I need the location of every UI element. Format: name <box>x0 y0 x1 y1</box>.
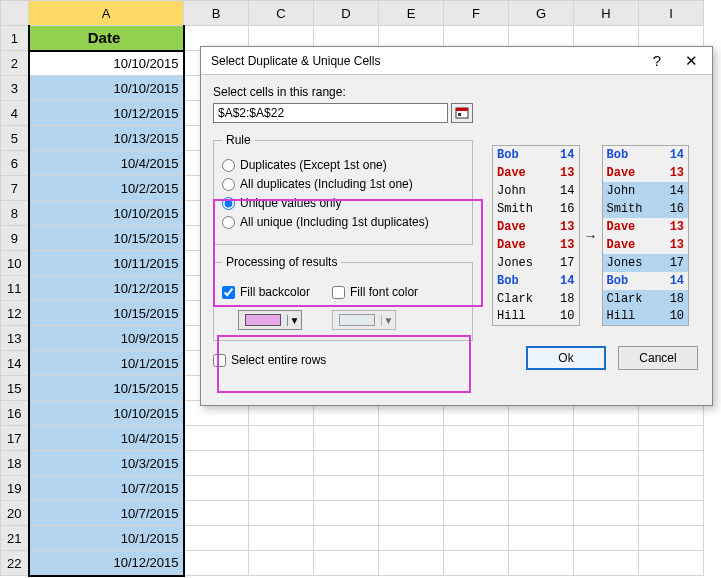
cell[interactable]: 10/1/2015 <box>29 526 184 551</box>
row-header[interactable]: 6 <box>1 151 29 176</box>
cell[interactable] <box>184 551 249 576</box>
cell[interactable]: 10/12/2015 <box>29 551 184 576</box>
select-all[interactable] <box>1 1 29 26</box>
row-header[interactable]: 9 <box>1 226 29 251</box>
row-header[interactable]: 5 <box>1 126 29 151</box>
cell[interactable] <box>379 426 444 451</box>
row-header[interactable]: 17 <box>1 426 29 451</box>
cell[interactable] <box>249 476 314 501</box>
cell[interactable] <box>184 426 249 451</box>
row-header[interactable]: 4 <box>1 101 29 126</box>
cell[interactable] <box>379 526 444 551</box>
cell[interactable] <box>184 526 249 551</box>
cell[interactable] <box>444 476 509 501</box>
cell[interactable] <box>379 476 444 501</box>
cell[interactable] <box>379 451 444 476</box>
cell[interactable] <box>249 551 314 576</box>
cell[interactable] <box>509 501 574 526</box>
fill-fontcolor-checkbox[interactable] <box>332 286 345 299</box>
cell[interactable]: 10/9/2015 <box>29 326 184 351</box>
cell[interactable] <box>639 526 704 551</box>
cell[interactable]: 10/7/2015 <box>29 476 184 501</box>
cell[interactable] <box>574 551 639 576</box>
cell[interactable] <box>639 426 704 451</box>
cell[interactable] <box>314 501 379 526</box>
column-header-G[interactable]: G <box>509 1 574 26</box>
row-header[interactable]: 14 <box>1 351 29 376</box>
cell[interactable] <box>574 451 639 476</box>
cell[interactable]: 10/12/2015 <box>29 101 184 126</box>
cancel-button[interactable]: Cancel <box>618 346 698 370</box>
cell[interactable] <box>574 501 639 526</box>
column-header-F[interactable]: F <box>444 1 509 26</box>
cell[interactable] <box>444 426 509 451</box>
row-header[interactable]: 13 <box>1 326 29 351</box>
cell[interactable]: 10/4/2015 <box>29 426 184 451</box>
row-header[interactable]: 19 <box>1 476 29 501</box>
row-header[interactable]: 21 <box>1 526 29 551</box>
cell[interactable] <box>314 551 379 576</box>
cell[interactable] <box>249 426 314 451</box>
row-header[interactable]: 3 <box>1 76 29 101</box>
cell[interactable] <box>249 501 314 526</box>
rule-option-3[interactable] <box>222 216 235 229</box>
cell[interactable]: Date <box>29 26 184 51</box>
cell[interactable] <box>509 426 574 451</box>
cell[interactable] <box>379 501 444 526</box>
cell[interactable]: 10/15/2015 <box>29 376 184 401</box>
cell[interactable] <box>444 551 509 576</box>
cell[interactable]: 10/15/2015 <box>29 226 184 251</box>
row-header[interactable]: 18 <box>1 451 29 476</box>
cell[interactable]: 10/12/2015 <box>29 276 184 301</box>
cell[interactable] <box>639 451 704 476</box>
cell[interactable] <box>249 451 314 476</box>
ok-button[interactable]: Ok <box>526 346 606 370</box>
row-header[interactable]: 7 <box>1 176 29 201</box>
cell[interactable] <box>314 476 379 501</box>
cell[interactable]: 10/3/2015 <box>29 451 184 476</box>
cell[interactable]: 10/7/2015 <box>29 501 184 526</box>
cell[interactable] <box>444 451 509 476</box>
cell[interactable] <box>509 526 574 551</box>
row-header[interactable]: 10 <box>1 251 29 276</box>
cell[interactable]: 10/10/2015 <box>29 51 184 76</box>
help-button[interactable]: ? <box>640 52 674 69</box>
cell[interactable]: 10/10/2015 <box>29 201 184 226</box>
cell[interactable] <box>314 451 379 476</box>
column-header-H[interactable]: H <box>574 1 639 26</box>
cell[interactable] <box>639 551 704 576</box>
select-entire-rows-checkbox[interactable] <box>213 354 226 367</box>
cell[interactable]: 10/13/2015 <box>29 126 184 151</box>
rule-option-2[interactable] <box>222 197 235 210</box>
row-header[interactable]: 2 <box>1 51 29 76</box>
cell[interactable]: 10/2/2015 <box>29 176 184 201</box>
column-header-E[interactable]: E <box>379 1 444 26</box>
column-header-A[interactable]: A <box>29 1 184 26</box>
row-header[interactable]: 22 <box>1 551 29 576</box>
range-input[interactable] <box>213 103 448 123</box>
column-header-I[interactable]: I <box>639 1 704 26</box>
row-header[interactable]: 11 <box>1 276 29 301</box>
cell[interactable]: 10/4/2015 <box>29 151 184 176</box>
backcolor-picker[interactable]: ▼ <box>238 310 302 330</box>
cell[interactable] <box>314 426 379 451</box>
cell[interactable] <box>509 551 574 576</box>
cell[interactable] <box>444 501 509 526</box>
cell[interactable] <box>574 526 639 551</box>
cell[interactable] <box>509 451 574 476</box>
row-header[interactable]: 12 <box>1 301 29 326</box>
rule-option-0[interactable] <box>222 159 235 172</box>
fontcolor-picker[interactable]: ▼ <box>332 310 396 330</box>
column-header-D[interactable]: D <box>314 1 379 26</box>
row-header[interactable]: 1 <box>1 26 29 51</box>
cell[interactable] <box>314 526 379 551</box>
row-header[interactable]: 16 <box>1 401 29 426</box>
cell[interactable] <box>574 476 639 501</box>
row-header[interactable]: 15 <box>1 376 29 401</box>
cell[interactable] <box>184 451 249 476</box>
column-header-B[interactable]: B <box>184 1 249 26</box>
cell[interactable]: 10/15/2015 <box>29 301 184 326</box>
cell[interactable]: 10/10/2015 <box>29 76 184 101</box>
cell[interactable] <box>639 476 704 501</box>
cell[interactable]: 10/11/2015 <box>29 251 184 276</box>
